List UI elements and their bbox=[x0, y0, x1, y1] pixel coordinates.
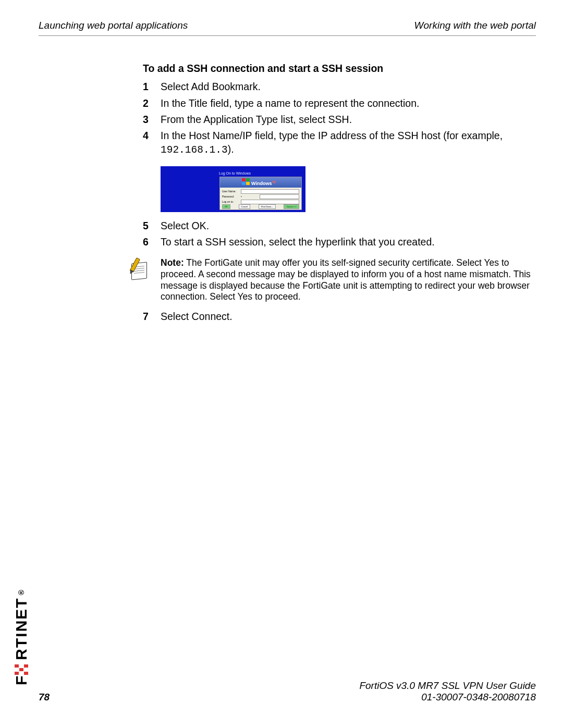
portal-banner-title: Log On to Windows bbox=[219, 171, 251, 176]
page-footer: 78 FortiOS v3.0 MR7 SSL VPN User Guide 0… bbox=[39, 680, 536, 703]
note-block: Note: The FortiGate unit may offer you i… bbox=[119, 257, 536, 303]
brand-glyph-icon bbox=[15, 663, 28, 675]
step4-prefix: In the Host Name/IP field, type the IP a… bbox=[161, 130, 503, 141]
step-text: From the Application Type list, select S… bbox=[161, 113, 536, 126]
step-number: 4 bbox=[143, 129, 161, 157]
portal-panel: Log On to Windows Windowsxp User Name: bbox=[219, 177, 302, 210]
logon-label: Log on to: bbox=[222, 200, 241, 204]
running-header: Launching web portal applications Workin… bbox=[39, 20, 536, 31]
note-text: Note: The FortiGate unit may offer you i… bbox=[161, 257, 536, 303]
portal-form: User Name: Password: • Log on to: bbox=[220, 188, 301, 205]
step4-suffix: ). bbox=[228, 143, 234, 155]
cancel-button: Cancel bbox=[239, 204, 250, 209]
logon-field bbox=[241, 200, 299, 204]
body-content: To add a SSH connection and start a SSH … bbox=[143, 62, 536, 324]
step-row: 2In the Title field, type a name to repr… bbox=[143, 97, 536, 110]
step-text: Select Add Bookmark. bbox=[161, 80, 536, 93]
brand-post: RTINET bbox=[13, 597, 30, 660]
step-number: 3 bbox=[143, 113, 161, 126]
step-text: To start a SSH session, select the hyper… bbox=[161, 236, 536, 249]
step-row: 7Select Connect. bbox=[143, 310, 536, 323]
step-number: 5 bbox=[143, 219, 161, 232]
password-field bbox=[260, 194, 299, 199]
step4-code: 192.168.1.3 bbox=[161, 144, 228, 156]
note-icon-wrap bbox=[119, 257, 161, 303]
step-text: In the Host Name/IP field, type the IP a… bbox=[161, 129, 536, 157]
note-label: Note: bbox=[161, 257, 184, 268]
header-rule bbox=[39, 35, 536, 36]
step-row: 5Select OK. bbox=[143, 219, 536, 232]
fortinet-logo: F RTINET ® bbox=[13, 589, 30, 685]
step-text: Select Connect. bbox=[161, 310, 536, 323]
step-row: 3From the Application Type list, select … bbox=[143, 113, 536, 126]
windows-logo-icon bbox=[242, 178, 250, 186]
footer-right: FortiOS v3.0 MR7 SSL VPN User Guide 01-3… bbox=[359, 680, 536, 703]
options-button: Options << bbox=[284, 204, 299, 209]
guide-title: FortiOS v3.0 MR7 SSL VPN User Guide bbox=[359, 680, 536, 692]
step-row: 4 In the Host Name/IP field, type the IP… bbox=[143, 129, 536, 157]
note-body: The FortiGate unit may offer you its sel… bbox=[161, 257, 531, 302]
embedded-screenshot: Log On to Windows Windowsxp User Name: bbox=[161, 166, 536, 212]
brand-pre: F bbox=[13, 675, 30, 685]
portal-window: Log On to Windows Windowsxp User Name: bbox=[161, 166, 305, 212]
step-number: 6 bbox=[143, 236, 161, 249]
ok-button: OK bbox=[222, 204, 230, 209]
step-number: 2 bbox=[143, 97, 161, 110]
step-text: In the Title field, type a name to repre… bbox=[161, 97, 536, 110]
step-row: 1Select Add Bookmark. bbox=[143, 80, 536, 93]
password-dots: • bbox=[241, 195, 260, 199]
header-right: Working with the web portal bbox=[414, 20, 536, 31]
doc-number: 01-30007-0348-20080718 bbox=[359, 692, 536, 703]
note-pencil-icon bbox=[128, 257, 151, 280]
step-text: Select OK. bbox=[161, 219, 536, 232]
step-number: 7 bbox=[143, 310, 161, 323]
password-label: Password: bbox=[222, 195, 241, 199]
brand-mark: ® bbox=[17, 589, 26, 595]
portal-banner: Windowsxp bbox=[220, 177, 301, 188]
page-number: 78 bbox=[39, 692, 50, 703]
header-left: Launching web portal applications bbox=[39, 20, 188, 31]
step-number: 1 bbox=[143, 80, 161, 93]
shutdown-button: Shut Down... bbox=[259, 204, 276, 209]
step-row: 6To start a SSH session, select the hype… bbox=[143, 236, 536, 249]
section-title: To add a SSH connection and start a SSH … bbox=[143, 62, 536, 75]
user-field bbox=[241, 189, 299, 194]
portal-buttons: OK Cancel Shut Down... Options << bbox=[222, 204, 299, 209]
windows-text: Windowsxp bbox=[251, 179, 276, 187]
user-label: User Name: bbox=[222, 190, 241, 193]
